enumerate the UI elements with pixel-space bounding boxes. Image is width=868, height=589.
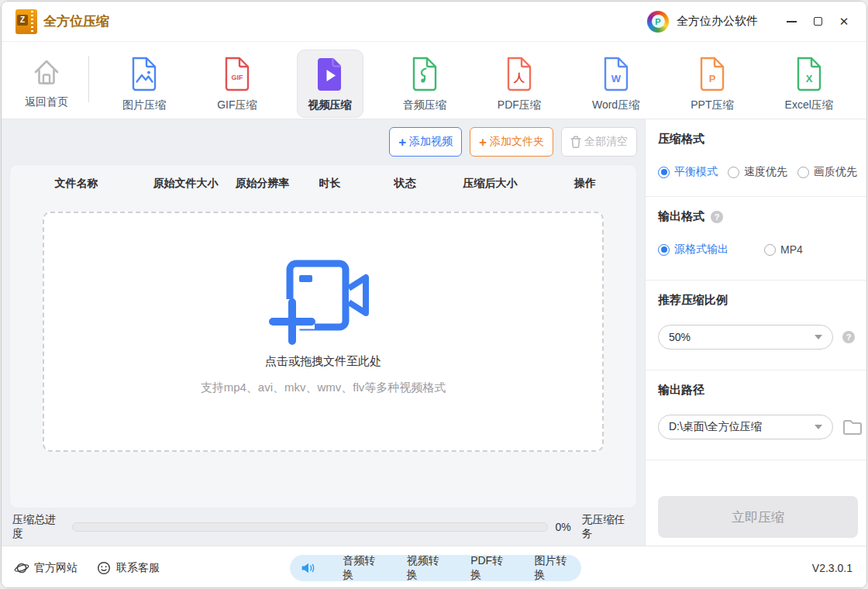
col-resolution: 原始分辨率 <box>229 177 296 191</box>
app-title: 全方位压缩 <box>43 12 109 30</box>
svg-text:GIF: GIF <box>231 74 243 81</box>
home-icon <box>31 56 62 88</box>
radio-mp4[interactable]: MP4 <box>764 243 803 256</box>
toolbar-item-image-compress[interactable]: 图片压缩 <box>111 50 177 118</box>
clear-all-button[interactable]: 全部清空 <box>561 127 637 157</box>
folder-icon[interactable] <box>842 418 863 436</box>
audio-file-icon <box>410 56 439 91</box>
pdf-file-icon: 人 <box>505 56 534 91</box>
svg-text:W: W <box>611 73 621 84</box>
chevron-down-icon <box>815 425 822 429</box>
col-file-name: 文件名称 <box>10 177 143 191</box>
progress-row: 压缩总进度 0% 无压缩任务 <box>2 508 645 546</box>
radio-balanced-mode[interactable]: 平衡模式 <box>658 165 718 179</box>
main-panel: + 添加视频 + 添加文件夹 全部清空 文件名称 原始文件大小 <box>2 119 645 546</box>
video-convert-link[interactable]: 视频转换 <box>407 554 443 582</box>
radio-icon <box>658 167 670 178</box>
word-file-icon: W <box>601 56 631 91</box>
toolbar-item-gif-compress[interactable]: GIF GIF压缩 <box>205 50 268 118</box>
help-icon[interactable]: ? <box>842 331 855 343</box>
output-path-dropdown[interactable]: D:\桌面\全方位压缩 <box>658 415 833 439</box>
version-label: V2.3.0.1 <box>812 562 852 574</box>
toolbar-item-audio-compress[interactable]: 音频压缩 <box>391 50 458 118</box>
converter-links-pill: 音频转换 视频转换 PDF转换 图片转换 <box>290 555 581 581</box>
svg-text:人: 人 <box>513 71 525 84</box>
col-compressed-size: 压缩后大小 <box>446 177 534 191</box>
progress-label: 压缩总进度 <box>12 513 64 541</box>
col-operation: 操作 <box>534 177 636 191</box>
app-window: Z 全方位压缩 P 全方位办公软件 ✕ 返回首页 <box>1 1 867 588</box>
trash-icon <box>570 136 581 148</box>
zipper-teeth <box>31 11 33 33</box>
toolbar-item-ppt-compress[interactable]: P PPT压缩 <box>679 50 745 118</box>
brand-name: 全方位办公软件 <box>677 14 758 29</box>
image-convert-link[interactable]: 图片转换 <box>535 554 570 582</box>
table-header-row: 文件名称 原始文件大小 原始分辨率 时长 状态 压缩后大小 操作 <box>10 165 636 202</box>
svg-text:X: X <box>805 73 812 84</box>
file-table: 文件名称 原始文件大小 原始分辨率 时长 状态 压缩后大小 操作 <box>9 164 637 508</box>
title-bar: Z 全方位压缩 P 全方位办公软件 ✕ <box>2 2 866 42</box>
toolbar-item-home[interactable]: 返回首页 <box>12 50 81 115</box>
audio-convert-link[interactable]: 音频转换 <box>343 554 378 582</box>
col-original-size: 原始文件大小 <box>143 177 229 191</box>
image-file-icon <box>129 56 159 91</box>
section-ratio: 推荐压缩比例 50% ? <box>646 281 867 350</box>
radio-icon <box>764 244 776 256</box>
video-file-icon <box>315 56 345 91</box>
zip-letter: Z <box>17 15 28 26</box>
radio-source-format[interactable]: 源格式输出 <box>658 243 728 257</box>
radio-icon <box>728 167 739 178</box>
minimize-icon <box>787 21 797 22</box>
progress-percent: 0% <box>555 521 570 533</box>
output-format-title: 输出格式 <box>658 209 704 224</box>
official-website-link[interactable]: 官方网站 <box>14 560 78 576</box>
minimize-button[interactable] <box>778 10 804 33</box>
smiley-icon <box>96 560 112 576</box>
add-folder-button[interactable]: + 添加文件夹 <box>470 127 553 157</box>
compress-mode-title: 压缩格式 <box>658 132 704 146</box>
chevron-down-icon <box>815 335 822 339</box>
toolbar-separator <box>88 56 89 102</box>
divider <box>646 460 867 460</box>
help-icon[interactable]: ? <box>711 211 723 223</box>
maximize-button[interactable] <box>804 10 831 33</box>
add-video-camera-icon <box>265 253 381 348</box>
brand-logo-icon: P <box>647 11 669 33</box>
footer: 官方网站 联系客服 音频转换 视频转换 PDF转换 图片转换 V2.3.0.1 <box>2 546 866 588</box>
gif-file-icon: GIF <box>222 56 252 91</box>
radio-quality-priority[interactable]: 画质优先 <box>797 165 857 179</box>
toolbar-item-video-compress[interactable]: 视频压缩 <box>297 50 363 118</box>
toolbar-item-excel-compress[interactable]: X Excel压缩 <box>773 50 845 118</box>
ratio-title: 推荐压缩比例 <box>658 293 728 308</box>
settings-sidebar: 压缩格式 平衡模式 速度优先 画质优先 <box>645 119 867 546</box>
dropzone-subtitle: 支持mp4、avi、mkv、wmv、flv等多种视频格式 <box>201 381 446 395</box>
contact-support-link[interactable]: 联系客服 <box>96 560 160 576</box>
toolbar-item-word-compress[interactable]: W Word压缩 <box>580 50 651 118</box>
file-dropzone[interactable]: 点击或拖拽文件至此处 支持mp4、avi、mkv、wmv、flv等多种视频格式 <box>43 212 604 452</box>
col-status: 状态 <box>363 177 446 191</box>
progress-bar <box>72 522 548 532</box>
col-duration: 时长 <box>296 177 363 191</box>
add-video-button[interactable]: + 添加视频 <box>389 127 462 157</box>
output-path-title: 输出路径 <box>658 383 704 398</box>
section-compress-mode: 压缩格式 平衡模式 速度优先 画质优先 <box>646 119 867 179</box>
planet-icon <box>14 560 29 576</box>
radio-icon <box>797 167 809 178</box>
section-output-path: 输出路径 D:\桌面\全方位压缩 <box>646 370 867 439</box>
radio-speed-priority[interactable]: 速度优先 <box>728 165 787 179</box>
plus-icon: + <box>479 136 487 149</box>
radio-icon <box>658 244 670 256</box>
close-button[interactable]: ✕ <box>831 10 857 33</box>
progress-status: 无压缩任务 <box>582 513 634 541</box>
svg-text:P: P <box>709 73 716 84</box>
ratio-dropdown[interactable]: 50% <box>658 325 833 350</box>
maximize-icon <box>814 17 822 26</box>
section-output-format: 输出格式 ? 源格式输出 MP4 <box>646 197 867 257</box>
app-zip-logo-icon: Z <box>16 9 37 34</box>
pdf-convert-link[interactable]: PDF转换 <box>470 554 506 582</box>
compress-now-button[interactable]: 立即压缩 <box>658 496 858 538</box>
toolbar-item-pdf-compress[interactable]: 人 PDF压缩 <box>486 50 553 118</box>
actions-row: + 添加视频 + 添加文件夹 全部清空 <box>2 119 645 164</box>
toolbar: 返回首页 图片压缩 GIF GIF压缩 <box>2 42 866 119</box>
dropzone-title: 点击或拖拽文件至此处 <box>265 354 381 369</box>
